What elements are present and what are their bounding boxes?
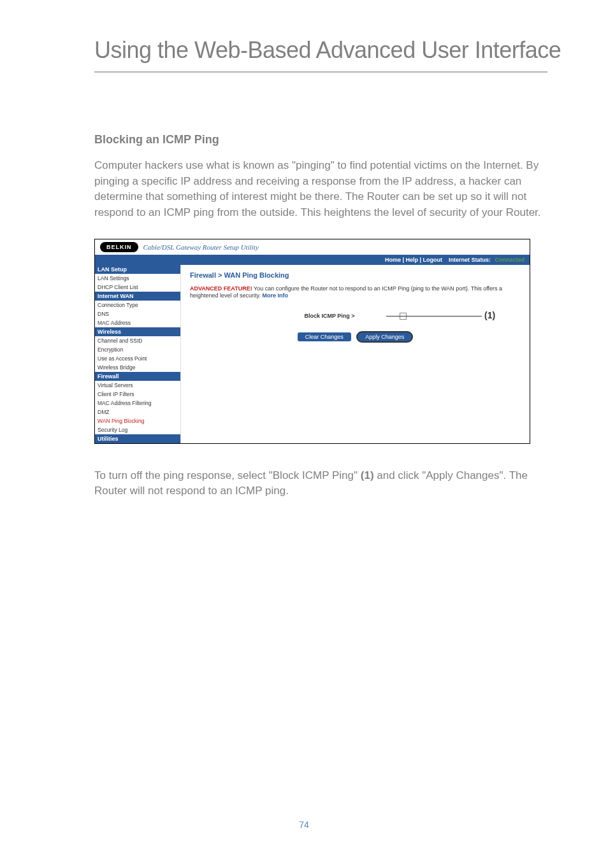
section-body: Computer hackers use what is known as "p… [94,158,547,221]
sidebar-item-mac[interactable]: MAC Address [95,318,180,327]
utility-body: LAN Setup LAN Settings DHCP Client List … [95,265,530,443]
sidebar-item-bridge[interactable]: Wireless Bridge [95,363,180,372]
internet-status-label: Internet Status: [449,257,491,263]
sidebar-item-macfilter[interactable]: MAC Address Filtering [95,399,180,408]
router-utility-screenshot: BELKIN Cable/DSL Gateway Router Setup Ut… [94,239,530,444]
clear-changes-button[interactable]: Clear Changes [298,332,351,341]
utility-header: BELKIN Cable/DSL Gateway Router Setup Ut… [95,239,530,255]
block-icmp-label: Block ICMP Ping > [304,313,354,319]
sidebar-item-wan-ping[interactable]: WAN Ping Blocking [95,416,180,425]
sidebar-item-channel[interactable]: Channel and SSID [95,336,180,345]
sidebar-item-dmz[interactable]: DMZ [95,408,180,416]
page-title: Using the Web-Based Advanced User Interf… [0,0,608,71]
utility-subtitle: Cable/DSL Gateway Router Setup Utility [143,243,259,251]
page-number: 74 [0,820,608,830]
block-icmp-row: Block ICMP Ping > (1) [190,313,521,320]
sidebar-header-wan: Internet WAN [95,292,180,301]
sidebar-item-ipfilter[interactable]: Client IP Filters [95,390,180,399]
internet-status-value: Connected [495,257,525,263]
advanced-label: ADVANCED FEATURE! [190,285,252,292]
sidebar-item-seclog[interactable]: Security Log [95,425,180,434]
callout-one: (1) [484,310,495,320]
sidebar-item-dhcp[interactable]: DHCP Client List [95,283,180,292]
utility-main: Firewall > WAN Ping Blocking ADVANCED FE… [181,265,530,443]
instr-pre: To turn off the ping response, select "B… [94,469,361,481]
sidebar-item-dns[interactable]: DNS [95,309,180,318]
belkin-logo: BELKIN [100,242,138,252]
sidebar-header-wireless: Wireless [95,327,180,336]
sidebar-item-virtserv[interactable]: Virtual Servers [95,381,180,390]
more-info-link[interactable]: More Info [262,292,288,299]
topbar-links[interactable]: Home | Help | Logout [385,257,442,263]
utility-topbar: Home | Help | Logout Internet Status: Co… [95,255,530,265]
instruction-text: To turn off the ping response, select "B… [94,468,547,499]
utility-sidebar: LAN Setup LAN Settings DHCP Client List … [95,265,181,443]
sidebar-item-lan-settings[interactable]: LAN Settings [95,274,180,283]
sidebar-item-encryption[interactable]: Encryption [95,345,180,354]
sidebar-header-firewall: Firewall [95,372,180,381]
sidebar-item-ap[interactable]: Use as Access Point [95,354,180,363]
section-heading: Blocking an ICMP Ping [94,133,547,146]
utility-main-title: Firewall > WAN Ping Blocking [190,271,521,279]
advanced-feature-text: ADVANCED FEATURE! You can configure the … [190,285,521,300]
instr-bold: (1) [361,469,374,481]
buttons-row: Clear Changes Apply Changes [190,331,521,343]
sidebar-header-lan: LAN Setup [95,265,180,274]
sidebar-header-utilities: Utilities [95,434,180,443]
apply-changes-button[interactable]: Apply Changes [356,331,413,343]
callout-line [386,316,482,317]
content-area: Blocking an ICMP Ping Computer hackers u… [0,73,608,499]
sidebar-item-conn-type[interactable]: Connection Type [95,301,180,309]
